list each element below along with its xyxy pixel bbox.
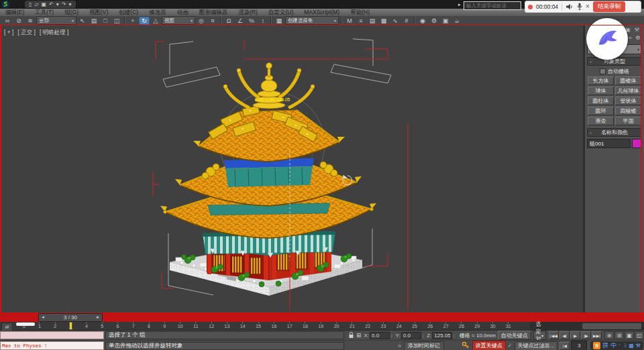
close-recorder-icon[interactable]: × [586, 3, 590, 10]
play-button[interactable]: ▶ [570, 331, 580, 339]
new-file-icon[interactable]: ▯ [29, 1, 32, 8]
use-pivot-center-icon[interactable]: ◎ [196, 17, 207, 25]
spinner-snap-icon[interactable]: ↕ [258, 17, 268, 25]
bind-to-spacewarp-icon[interactable]: ≋ [25, 17, 36, 25]
ime-mode-indicator[interactable]: 中 [610, 341, 616, 350]
select-rotate-icon[interactable]: ↻ [139, 17, 150, 25]
auto-key-button[interactable]: 自动关键点 [498, 331, 531, 340]
redo-dropdown-icon[interactable]: ▾ [69, 1, 72, 8]
absolute-mode-icon[interactable]: ⊞ [356, 332, 362, 339]
viewport[interactable]: [ + ] [ 正交 ] [ 明暗处理 ] [0, 25, 584, 312]
align-icon[interactable]: ≡ [356, 17, 366, 25]
angle-snap-icon[interactable]: ∠ [235, 17, 246, 25]
ime-keyboard-icon[interactable]: ▦ [629, 343, 634, 349]
object-type-button[interactable]: 圆环 [588, 107, 614, 115]
utilities-tab-icon[interactable]: ⚒ [633, 27, 641, 33]
menu-item[interactable]: 工具(T) [30, 9, 59, 16]
viewport-menu-label[interactable]: [ + ] [4, 29, 13, 37]
object-type-button[interactable]: 几何球体 [615, 86, 641, 95]
material-editor-icon[interactable]: ◉ [417, 17, 428, 25]
viewport-3d-scene[interactable]: 0.00, 0.00, 125.05 [141, 34, 436, 310]
undo-icon[interactable]: ↶ [49, 1, 54, 8]
x-spinner[interactable]: ↕ [390, 333, 393, 338]
menu-item[interactable]: 自定义(U) [263, 9, 299, 16]
save-icon[interactable]: ▣ [42, 1, 47, 8]
select-manipulate-icon[interactable]: ¤ [207, 17, 218, 25]
object-type-button[interactable]: 茶壶 [588, 117, 614, 125]
open-file-icon[interactable]: ▱ [34, 1, 38, 8]
rectangular-region-icon[interactable]: □ [100, 17, 111, 25]
key-check-icon[interactable]: ✓ [508, 343, 513, 349]
unlink-selection-icon[interactable]: ⊘ [13, 17, 24, 25]
key-filters-button[interactable]: 关键点过滤器... [515, 341, 558, 350]
search-input[interactable] [464, 1, 521, 10]
named-selection-sets-dropdown[interactable]: 创建选择集▾ [285, 16, 339, 25]
add-time-tag-button[interactable]: 添加时间标记 [404, 341, 444, 350]
menu-item[interactable]: 视图(V) [84, 9, 113, 16]
menu-item[interactable]: 创建(C) [113, 9, 144, 16]
redo-icon[interactable]: ↷ [62, 1, 66, 8]
menu-item[interactable]: 渲染(R) [233, 9, 263, 16]
trackbar-scrollbar[interactable] [582, 323, 641, 329]
menu-item[interactable]: 编辑(E) [0, 9, 30, 16]
menu-item[interactable]: 组(G) [59, 9, 84, 16]
object-type-button[interactable]: 长方体 [588, 76, 614, 85]
select-scale-icon[interactable]: △ [150, 17, 161, 25]
go-to-start-button[interactable]: |◀◀ [549, 331, 559, 339]
timeline-ruler[interactable]: 0123456789101112131415161718192021222324… [0, 322, 530, 331]
ime-logo-icon[interactable]: S [593, 342, 600, 349]
menu-item[interactable]: 动画 [172, 9, 194, 16]
3dsmax-logo-icon[interactable] [1, 0, 10, 9]
viewport-view-label[interactable]: [ 正交 ] [17, 29, 35, 37]
object-name-field[interactable] [587, 139, 631, 148]
trackbar-handle[interactable] [16, 323, 35, 326]
object-type-button[interactable]: 管状体 [615, 97, 641, 105]
layer-manager-icon[interactable]: ▤ [367, 17, 378, 25]
menu-item[interactable]: 图形编辑器 [194, 9, 233, 16]
ime-pinyin-indicator[interactable]: 拼 [602, 341, 608, 350]
prev-frame-button[interactable]: ◀| [559, 331, 570, 339]
object-type-button[interactable]: 球体 [588, 86, 614, 95]
selected-filter-dropdown[interactable]: 选定对象▾ [533, 331, 546, 340]
select-object-icon[interactable]: ↖ [77, 17, 88, 25]
select-move-icon[interactable]: + [127, 17, 138, 25]
selection-filter-dropdown[interactable]: 全部▾ [36, 16, 76, 25]
autogrid-checkbox[interactable] [600, 68, 606, 74]
maxscript-listener-line[interactable]: Max to Physes ! [0, 341, 104, 350]
macro-recorder-line[interactable] [0, 331, 104, 339]
previous-frame-arrow-icon[interactable]: ◄ [39, 315, 47, 319]
mirror-icon[interactable]: M [344, 17, 355, 25]
current-frame-field[interactable] [571, 341, 587, 350]
schematic-view-icon[interactable]: # [401, 17, 412, 25]
y-spinner[interactable]: ↕ [422, 333, 425, 338]
viewport-shading-label[interactable]: [ 明暗处理 ] [40, 29, 68, 37]
time-slider[interactable]: ◄ 3 / 30 ► [38, 313, 103, 322]
set-key-icon[interactable] [462, 340, 470, 350]
menu-item[interactable]: MAXScript(M) [299, 9, 345, 16]
object-type-button[interactable]: 平面 [615, 117, 641, 125]
render-production-icon[interactable]: ☕ [451, 17, 462, 25]
maximize-viewport-icon[interactable]: ◱ [635, 331, 644, 339]
zoom-icon[interactable]: ⊕ [604, 331, 614, 339]
select-and-link-icon[interactable]: ∞ [2, 17, 13, 25]
render-setup-icon[interactable]: ⚙ [429, 17, 439, 25]
z-spinner[interactable]: ↕ [453, 333, 455, 338]
ime-moon-icon[interactable]: ☽ [622, 343, 627, 349]
ribbon-toggle-icon[interactable]: ▩ [378, 17, 389, 25]
edit-selection-sets-icon[interactable]: ▦ [274, 17, 284, 25]
object-type-button[interactable]: 圆锥体 [615, 76, 641, 85]
search-flyout-icon[interactable]: ▸ [458, 2, 461, 7]
curve-editor-icon[interactable]: ∿ [390, 17, 400, 25]
rendered-frame-icon[interactable]: ▣ [440, 17, 451, 25]
snap-toggle-3d-icon[interactable]: Ω [223, 17, 234, 25]
ime-punctuation-icon[interactable]: ’ [619, 343, 620, 349]
play-selected-button[interactable]: |▶ [581, 331, 591, 339]
x-coordinate-field[interactable] [370, 332, 390, 339]
object-type-button[interactable]: 圆柱体 [588, 97, 614, 105]
undo-dropdown-icon[interactable]: ▾ [56, 1, 59, 8]
next-frame-arrow-icon[interactable]: ► [94, 315, 102, 319]
stop-recording-button[interactable]: 结束录制 [593, 1, 625, 12]
current-frame-marker[interactable] [69, 322, 72, 330]
ime-toolbox-icon[interactable]: ⚒ [636, 343, 641, 349]
go-to-end-button[interactable]: ▶▶| [592, 331, 602, 339]
